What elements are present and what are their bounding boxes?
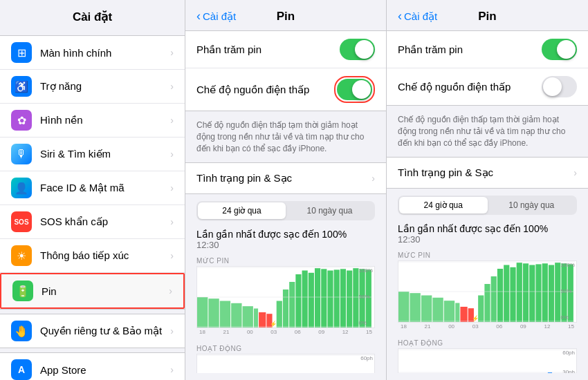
charge-info-right: Lần gần nhất được sạc đến 100% 12:30 xyxy=(387,220,588,249)
tinh-trang-chevron-right: › xyxy=(573,167,577,178)
svg-rect-53 xyxy=(460,307,467,322)
svg-rect-1 xyxy=(208,299,219,328)
svg-text:⚡: ⚡ xyxy=(472,315,479,322)
svg-rect-18 xyxy=(334,270,340,328)
sidebar-item-siri[interactable]: 🎙 Siri & Tìm kiếm › xyxy=(0,137,185,171)
y-60ph-r: 60ph xyxy=(562,350,575,356)
activity-chart-right: 60ph 30ph 0 xyxy=(398,348,577,373)
y-axis-middle: 100% 50% 0% xyxy=(359,267,373,327)
svg-rect-58 xyxy=(491,276,497,322)
hoat-dong-label-right: HOẠT ĐỘNG xyxy=(398,339,577,347)
x-00-r: 00 xyxy=(448,323,454,330)
svg-rect-2 xyxy=(220,301,230,328)
svg-rect-50 xyxy=(432,298,443,322)
svg-rect-5 xyxy=(254,309,258,328)
che-do-row-middle: Chế độ nguồn điện thấp xyxy=(185,68,386,111)
che-do-toggle-middle[interactable] xyxy=(337,79,372,100)
sidebar-item-man-hinh[interactable]: ⊞ Màn hình chính › xyxy=(0,36,185,70)
x-00: 00 xyxy=(247,329,253,335)
quyen-rieng-label: Quyền riêng tư & Bảo mật xyxy=(40,325,170,337)
svg-rect-49 xyxy=(421,296,432,323)
tinh-trang-label-middle: Tình trạng pin & Sạc xyxy=(196,172,371,184)
time-tabs-middle: 24 giờ qua 10 ngày qua xyxy=(196,201,375,220)
pin-title-right: Pin xyxy=(478,10,496,23)
svg-rect-11 xyxy=(289,282,295,327)
y-axis-right: 100% 50% 0% xyxy=(561,261,575,322)
pin-description-middle: Chế độ nguồn điện thấp tạm thời giảm hoạ… xyxy=(185,117,386,162)
phan-tram-label-right: Phần trăm pin xyxy=(398,44,542,56)
sidebar-item-appstore[interactable]: A App Store › xyxy=(0,353,185,380)
che-do-label-right: Chế độ nguồn điện thấp xyxy=(398,81,542,93)
phan-tram-row-right: Phần trăm pin xyxy=(387,31,588,68)
activity-chart-container-middle: HOẠT ĐỘNG xyxy=(185,342,386,373)
svg-rect-21 xyxy=(353,269,358,328)
back-label-middle: Cài đặt xyxy=(203,10,236,23)
activity-chart-container-right: HOẠT ĐỘNG xyxy=(387,336,588,373)
tinh-trang-row-right[interactable]: Tình trạng pin & Sạc › xyxy=(387,158,588,188)
svg-rect-61 xyxy=(510,267,515,322)
sidebar-item-sos[interactable]: SOS SOS khẩn cấp › xyxy=(0,205,185,239)
svg-rect-62 xyxy=(517,263,522,323)
svg-rect-16 xyxy=(321,269,327,328)
svg-rect-14 xyxy=(309,273,314,327)
che-do-toggle-right[interactable] xyxy=(542,76,577,97)
faceid-label: Face ID & Mật mã xyxy=(40,182,170,194)
svg-rect-63 xyxy=(523,264,529,323)
x-15-r: 15 xyxy=(568,323,574,330)
phan-tram-toggle-right[interactable] xyxy=(542,39,577,60)
tinh-trang-row-middle[interactable]: Tình trạng pin & Sạc › xyxy=(185,163,386,193)
svg-rect-65 xyxy=(535,265,541,323)
svg-rect-56 xyxy=(478,296,484,323)
svg-rect-48 xyxy=(410,294,420,323)
tro-nang-icon: ♿ xyxy=(11,76,32,97)
x-09: 09 xyxy=(318,329,324,335)
x-axis-middle: 18 21 00 03 06 09 12 15 xyxy=(196,328,375,335)
hoat-dong-label-middle: HOẠT ĐỘNG xyxy=(196,345,375,352)
phan-tram-label-middle: Phần trăm pin xyxy=(196,44,340,56)
svg-rect-0 xyxy=(197,297,208,327)
y-axis-act-middle: 60ph 30ph 0 xyxy=(360,354,373,373)
sidebar-item-thong-bao[interactable]: ☀ Thông báo tiếp xúc › xyxy=(0,239,185,273)
x-03: 03 xyxy=(270,329,277,335)
sidebar-item-faceid[interactable]: 👤 Face ID & Mật mã › xyxy=(0,171,185,205)
toggle-knob xyxy=(355,40,374,59)
chevron-icon: › xyxy=(170,149,174,160)
y-0: 0% xyxy=(359,321,373,326)
tab-24h-right[interactable]: 24 giờ qua xyxy=(399,197,488,213)
tab-10d-right[interactable]: 10 ngày qua xyxy=(488,197,576,213)
man-hinh-icon: ⊞ xyxy=(11,42,32,63)
svg-rect-6 xyxy=(259,312,266,327)
tab-10d-middle[interactable]: 10 ngày qua xyxy=(286,202,374,219)
phan-tram-toggle-middle[interactable] xyxy=(340,39,375,60)
time-tabs-right: 24 giờ qua 10 ngày qua xyxy=(398,196,577,215)
svg-rect-12 xyxy=(295,274,301,327)
charge-time-right: 12:30 xyxy=(398,234,577,245)
back-button-middle[interactable]: ‹ Cài đặt xyxy=(196,10,236,23)
x-12-r: 12 xyxy=(544,323,550,330)
phan-tram-row-middle: Phần trăm pin xyxy=(185,31,386,68)
chevron-icon: › xyxy=(170,250,174,261)
sidebar-item-hinh-nen[interactable]: ✿ Hình nền › xyxy=(0,104,185,137)
toggle-knob-2 xyxy=(352,80,371,99)
tab-24h-middle[interactable]: 24 giờ qua xyxy=(198,202,286,219)
x-18: 18 xyxy=(199,329,205,335)
sidebar-item-pin[interactable]: 🔋 Pin › xyxy=(0,273,185,309)
sidebar-item-tro-nang[interactable]: ♿ Trợ năng › xyxy=(0,70,185,104)
activity-chart-middle: 60ph 30ph 0 xyxy=(196,354,375,373)
svg-rect-9 xyxy=(277,301,282,328)
battery-chart-middle: ⚡ xyxy=(196,266,375,328)
pin-label: Pin xyxy=(42,285,169,297)
settings-section-3: A App Store › 💳 Ví & Apple Pay › xyxy=(0,352,185,380)
sidebar-item-quyen-rieng[interactable]: 🤚 Quyền riêng tư & Bảo mật › xyxy=(0,314,185,348)
back-button-right[interactable]: ‹ Cài đặt xyxy=(398,10,437,23)
pin-content-right: Phần trăm pin Chế độ nguồn điện thấp Chế… xyxy=(387,30,588,373)
pin-panel-right: ‹ Cài đặt Pin Phần trăm pin Chế độ nguồn… xyxy=(387,0,588,380)
pin-description-right: Chế độ nguồn điện thấp tạm thời giảm hoạ… xyxy=(387,111,588,157)
x-21: 21 xyxy=(223,329,229,335)
muc-pin-label-middle: MỨC PIN xyxy=(196,257,375,265)
chevron-icon: › xyxy=(170,216,174,227)
y-50-r: 50% xyxy=(561,289,575,294)
che-do-row-right: Chế độ nguồn điện thấp xyxy=(387,68,588,105)
chevron-icon: › xyxy=(170,47,174,58)
pin-header-right: ‹ Cài đặt Pin xyxy=(387,0,588,30)
